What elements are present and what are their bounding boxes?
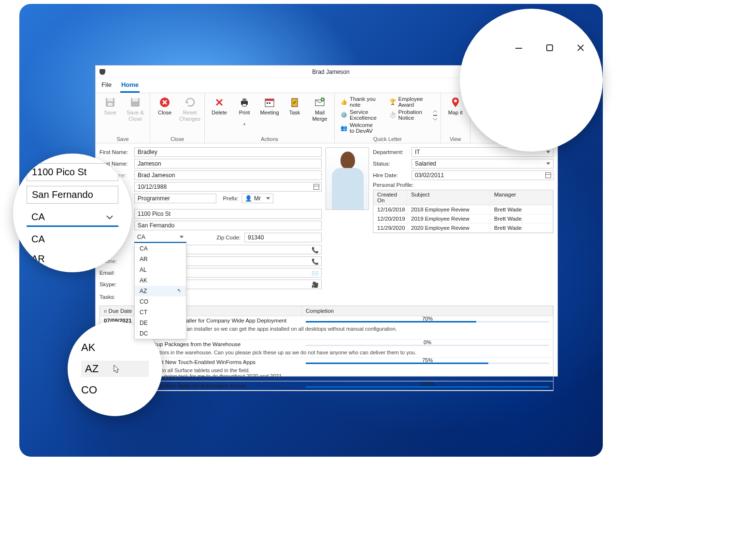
- gear-icon: ⚙️: [341, 112, 347, 118]
- zoom-city[interactable]: San Fernando: [27, 186, 118, 204]
- trophy-icon: 🏆: [389, 98, 396, 105]
- app-icon: [99, 69, 105, 75]
- zoom-state-select[interactable]: CA: [27, 209, 118, 227]
- zoom-window-controls: [460, 9, 603, 152]
- last-name-input[interactable]: Jameson: [134, 159, 322, 168]
- save-close-button[interactable]: Save & Close: [124, 95, 147, 135]
- full-name-input[interactable]: Brad Jameson: [134, 170, 322, 180]
- people-icon: 👥: [341, 125, 347, 131]
- address-input[interactable]: 1100 Pico St: [134, 209, 322, 219]
- cursor-icon: [113, 364, 121, 374]
- svg-rect-10: [265, 99, 274, 101]
- maximize-button[interactable]: [544, 42, 555, 53]
- quick-employee-award[interactable]: 🏆Employee Award: [389, 96, 423, 108]
- title-input[interactable]: Programmer: [134, 194, 216, 203]
- calendar-picker-icon[interactable]: [313, 184, 319, 190]
- tasks-header-completion[interactable]: Completion: [302, 306, 553, 316]
- state-option-ca[interactable]: CA: [135, 243, 186, 254]
- quick-thank-you[interactable]: 👍Thank you note: [341, 96, 377, 108]
- personal-profile-grid[interactable]: Created On Subject Manager 12/16/2018201…: [373, 190, 554, 233]
- state-option-ak[interactable]: AK: [135, 275, 186, 286]
- minimize-button[interactable]: [513, 42, 524, 53]
- close-button[interactable]: Close: [153, 95, 176, 135]
- zoom-address[interactable]: 1100 Pico St: [27, 163, 118, 181]
- first-name-input[interactable]: Bradley: [134, 147, 322, 157]
- state-dropdown: CAARALAKAZ↖COCTDEDC: [134, 243, 186, 339]
- tab-home[interactable]: Home: [120, 79, 140, 93]
- mail-icon: ✉️: [312, 270, 318, 277]
- state-option-az[interactable]: AZ↖: [135, 286, 186, 296]
- print-button[interactable]: Print ▾: [233, 95, 256, 135]
- svg-rect-4: [132, 98, 138, 101]
- state-option-ar[interactable]: AR: [135, 254, 186, 265]
- close-window-button[interactable]: [575, 42, 586, 53]
- zip-input[interactable]: 91340: [244, 233, 322, 242]
- task-row[interactable]: 07/30/2021Rollout New Touch-Enabled WinF…: [100, 358, 553, 381]
- profile-row[interactable]: 12/20/20192019 Employee ReviewBrett Wade: [373, 214, 553, 224]
- svg-rect-16: [433, 115, 437, 116]
- svg-rect-27: [547, 45, 553, 51]
- quick-letter-expand[interactable]: [433, 110, 438, 121]
- form-left-column: First Name:Bradley Last Name:Jameson Ful…: [99, 147, 322, 302]
- chevron-down-icon: [106, 215, 114, 220]
- state-option-co[interactable]: CO: [135, 296, 186, 307]
- svg-rect-11: [267, 102, 268, 104]
- state-option-de[interactable]: DE: [135, 318, 186, 328]
- status-select[interactable]: Salaried: [412, 159, 554, 168]
- hire-date-input[interactable]: 03/02/2011: [412, 170, 554, 180]
- mail-merge-icon: [313, 96, 326, 109]
- delete-icon: [213, 96, 226, 109]
- form-right-column: Department:IT Status:Salaried Hire Date:…: [373, 147, 554, 302]
- map-pin-icon: [449, 96, 462, 109]
- thumbs-up-icon: 👍: [341, 98, 347, 105]
- task-row[interactable]: 07/27/2021Create New Spike for Automatio…: [100, 381, 553, 391]
- calendar-picker-icon[interactable]: [545, 172, 551, 178]
- close-circle-icon: [158, 96, 171, 109]
- zoom-option-ak[interactable]: AK: [81, 341, 162, 354]
- state-select[interactable]: CA CAARALAKAZ↖COCTDEDC: [134, 232, 186, 243]
- city-input[interactable]: San Fernando: [134, 221, 322, 230]
- zoom-option-az[interactable]: AZ: [81, 361, 149, 377]
- profile-row[interactable]: 11/29/20202020 Employee ReviewBrett Wade: [373, 224, 553, 233]
- state-option-dc[interactable]: DC: [135, 328, 186, 339]
- zoom-option-co[interactable]: CO: [81, 384, 162, 396]
- svg-rect-7: [242, 98, 246, 101]
- clock-icon: ⏱️: [389, 112, 396, 118]
- zoom-option-ca[interactable]: CA: [27, 232, 118, 247]
- save-button[interactable]: Save: [99, 95, 122, 135]
- meeting-button[interactable]: Meeting: [258, 95, 281, 135]
- ribbon-group-actions: Delete Print ▾ Meeting Task Mail M: [205, 93, 335, 143]
- zoom-state-dropdown: 1100 Pico St San Fernando CA CA AR: [13, 154, 132, 272]
- video-icon: 🎥: [312, 281, 318, 288]
- svg-point-17: [454, 99, 457, 102]
- svg-rect-2: [108, 103, 113, 106]
- ribbon-group-save: Save Save & Close Save: [96, 93, 150, 143]
- svg-rect-1: [107, 98, 113, 101]
- tab-file[interactable]: File: [100, 79, 113, 93]
- delete-button[interactable]: Delete: [208, 95, 231, 135]
- print-icon: [238, 96, 251, 109]
- phone-icon: 📞: [312, 258, 318, 265]
- mail-merge-button[interactable]: Mail Merge: [308, 95, 331, 135]
- employee-photo: [326, 147, 369, 210]
- svg-rect-8: [242, 104, 246, 106]
- quick-probation-notice[interactable]: ⏱️Probation Notice: [389, 109, 423, 121]
- state-option-al[interactable]: AL: [135, 265, 186, 275]
- ribbon-group-quick-letter: 👍Thank you note ⚙️Service Excellence 👥We…: [335, 93, 441, 143]
- profile-row[interactable]: 12/16/20182018 Employee ReviewBrett Wade: [373, 205, 553, 214]
- clipboard-check-icon: [288, 96, 301, 109]
- reset-changes-button[interactable]: Reset Changes: [178, 95, 201, 135]
- birth-date-input[interactable]: 10/12/1988: [134, 182, 322, 192]
- task-button[interactable]: Task: [283, 95, 306, 135]
- chevron-down-icon: ▾: [243, 122, 245, 126]
- save-icon: [104, 96, 116, 109]
- state-option-ct[interactable]: CT: [135, 307, 186, 318]
- quick-service-excellence[interactable]: ⚙️Service Excellence: [341, 109, 377, 121]
- task-row[interactable]: 07/01/2021Pickup Packages from the Wareh…: [100, 340, 553, 358]
- ribbon-group-close: Close Reset Changes Close: [150, 93, 205, 143]
- quick-welcome[interactable]: 👥Welcome to DevAV: [341, 122, 377, 134]
- prefix-select[interactable]: 👤 Mr: [242, 194, 273, 203]
- svg-rect-12: [269, 102, 270, 104]
- person-icon: 👤: [245, 195, 252, 202]
- svg-rect-26: [515, 48, 522, 49]
